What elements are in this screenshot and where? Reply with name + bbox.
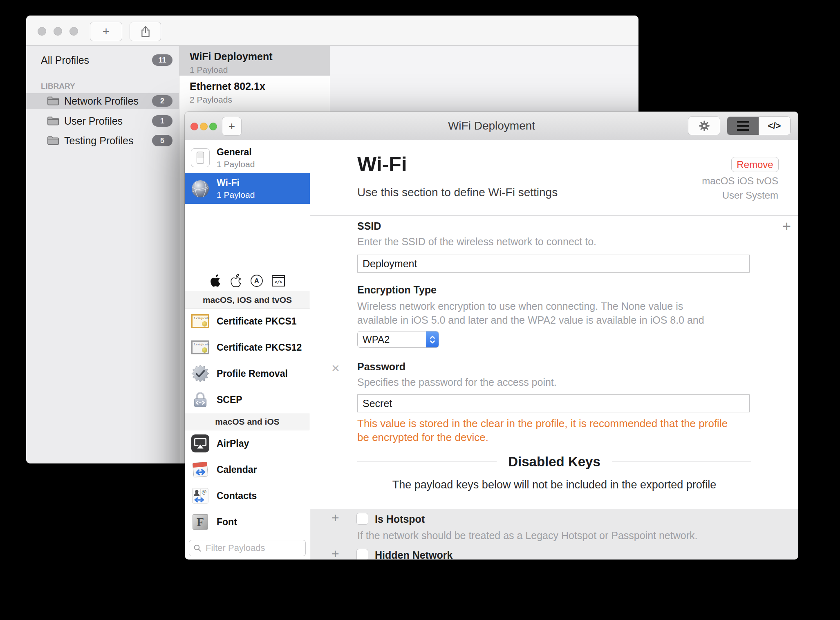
folder-label: User Profiles xyxy=(64,115,123,127)
close-button[interactable] xyxy=(38,27,46,36)
profiles-titlebar[interactable]: + xyxy=(26,16,638,46)
share-icon xyxy=(139,25,152,38)
sidebar-item-all-profiles[interactable]: All Profiles 11 xyxy=(26,52,179,68)
all-profiles-count-badge: 11 xyxy=(152,54,172,66)
ssid-description: Enter the SSID of the wireless network t… xyxy=(357,236,596,248)
encryption-type-select[interactable]: WPA2 xyxy=(357,331,439,348)
payload-section-header: macOS, iOS and tvOS xyxy=(185,291,310,309)
gear-icon xyxy=(699,120,710,132)
folder-count-badge: 5 xyxy=(152,135,172,146)
payload-subtitle: 1 Payload xyxy=(217,190,255,200)
sidebar-item-testing-profiles[interactable]: Testing Profiles 5 xyxy=(26,133,179,148)
editor-window: WiFi Deployment + xyxy=(185,112,798,560)
add-payload-button[interactable]: + xyxy=(222,117,242,136)
svg-text:@: @ xyxy=(202,489,207,495)
profile-subtitle: 1 Payload xyxy=(190,65,330,75)
scep-lock-icon xyxy=(191,391,209,409)
editor-titlebar[interactable]: WiFi Deployment + xyxy=(185,112,798,141)
calendar-icon xyxy=(190,460,210,479)
payload-type-scep[interactable]: SCEP xyxy=(185,387,310,413)
all-profiles-label: All Profiles xyxy=(41,54,89,66)
payload-settings-pane: Wi-Fi Use this section to define Wi-Fi s… xyxy=(310,140,798,560)
zoom-button[interactable] xyxy=(69,27,78,36)
hidden-network-checkbox[interactable] xyxy=(356,549,368,560)
payload-type-font[interactable]: F Font xyxy=(185,509,310,535)
stepper-chevrons-icon xyxy=(426,331,439,347)
profile-removal-seal-icon xyxy=(191,365,209,383)
remove-key-icon[interactable]: × xyxy=(332,360,340,376)
payload-heading: Wi-Fi xyxy=(357,152,407,176)
developer-icon[interactable]: </> xyxy=(271,275,285,287)
profile-title: WiFi Deployment xyxy=(190,51,330,63)
minimize-button[interactable] xyxy=(54,27,62,36)
ssid-label: SSID xyxy=(357,220,381,232)
profile-title: Ethernet 802.1x xyxy=(190,81,330,92)
profile-list-item[interactable]: WiFi Deployment 1 Payload xyxy=(179,46,330,76)
payload-type-profile-removal[interactable]: Profile Removal xyxy=(185,360,310,387)
encryption-type-label: Encryption Type xyxy=(357,284,437,296)
folder-count-badge: 1 xyxy=(152,115,172,127)
search-icon xyxy=(193,544,202,552)
code-view-button[interactable]: </> xyxy=(759,117,790,135)
add-key-icon[interactable]: + xyxy=(332,546,339,560)
payload-type-airplay[interactable]: AirPlay xyxy=(185,430,310,457)
is-hotspot-label: Is Hotspot xyxy=(375,513,425,525)
macos-apple-icon[interactable] xyxy=(209,274,222,288)
is-hotspot-checkbox[interactable] xyxy=(356,513,368,525)
folder-icon xyxy=(47,136,59,145)
encryption-type-description: available in iOS 5.0 and later and the W… xyxy=(357,314,704,326)
payload-item-general[interactable]: General 1 Payload xyxy=(185,142,310,173)
svg-text:</>: </> xyxy=(275,280,282,285)
password-warning: be encrypted for the device. xyxy=(357,431,488,444)
remove-payload-button[interactable]: Remove xyxy=(731,157,779,172)
payload-section-header: macOS and iOS xyxy=(185,413,310,430)
desktop: + All Profiles 11 LIBRARY xyxy=(0,0,840,620)
library-sidebar: All Profiles 11 LIBRARY Network Profiles… xyxy=(26,46,179,463)
payload-type-certificate-pkcs1[interactable]: Certificate Certificate PKCS1 xyxy=(185,308,310,334)
share-button[interactable] xyxy=(130,22,161,41)
folder-label: Testing Profiles xyxy=(64,135,134,147)
ssid-input[interactable] xyxy=(357,255,750,273)
payload-type-certificate-pkcs12[interactable]: Certificate Certificate PKCS12 xyxy=(185,334,310,360)
plus-icon: + xyxy=(228,120,235,133)
sidebar-item-network-profiles[interactable]: Network Profiles 2 xyxy=(26,93,179,109)
certificate-gray-icon: Certificate xyxy=(191,338,209,356)
svg-text:F: F xyxy=(197,515,204,528)
certificate-gold-icon: Certificate xyxy=(191,312,209,330)
header-divider xyxy=(310,215,798,216)
payload-type-calendar[interactable]: Calendar xyxy=(185,457,310,483)
view-mode-segmented-control: </> xyxy=(727,116,791,135)
new-profile-button[interactable]: + xyxy=(90,22,122,41)
settings-button[interactable] xyxy=(688,116,720,135)
password-description: Specifies the password for the access po… xyxy=(357,376,557,388)
payload-label: General xyxy=(217,147,255,158)
platform-availability-label: macOS iOS tvOS xyxy=(702,175,778,187)
payload-type-contacts[interactable]: @ Contacts xyxy=(185,483,310,509)
scope-label: User System xyxy=(722,190,778,201)
plus-icon: + xyxy=(103,25,110,38)
password-input[interactable] xyxy=(357,394,750,412)
add-key-icon[interactable]: + xyxy=(332,510,339,526)
svg-text:A: A xyxy=(254,277,259,285)
password-warning: This value is stored in the clear in the… xyxy=(357,417,728,430)
encryption-type-value: WPA2 xyxy=(358,334,426,345)
disabled-keys-description: The payload keys below will not be inclu… xyxy=(310,479,798,491)
disabled-keys-title: Disabled Keys xyxy=(508,454,600,470)
sidebar-item-user-profiles[interactable]: User Profiles 1 xyxy=(26,113,179,129)
is-hotspot-description: If the network should be treated as a Le… xyxy=(357,530,697,542)
add-key-icon[interactable]: + xyxy=(782,218,791,235)
profile-subtitle: 2 Payloads xyxy=(190,95,330,105)
filter-payloads-field[interactable] xyxy=(189,540,306,556)
folder-icon xyxy=(47,116,59,126)
airplay-icon xyxy=(191,434,209,452)
payload-subtitle: 1 Payload xyxy=(217,159,255,169)
filter-payloads-input[interactable] xyxy=(205,542,305,554)
payload-item-wifi[interactable]: Wi-Fi 1 Payload xyxy=(185,173,310,204)
app-store-icon[interactable]: A xyxy=(250,274,263,287)
disabled-keys-header: Disabled Keys xyxy=(357,454,751,470)
ios-apple-outline-icon[interactable] xyxy=(230,274,242,288)
payload-subheading: Use this section to define Wi-Fi setting… xyxy=(357,186,558,199)
profile-list-item[interactable]: Ethernet 802.1x 2 Payloads xyxy=(179,76,330,106)
encryption-type-description: Wireless network encryption to use when … xyxy=(357,300,683,312)
list-view-button[interactable] xyxy=(727,117,759,135)
